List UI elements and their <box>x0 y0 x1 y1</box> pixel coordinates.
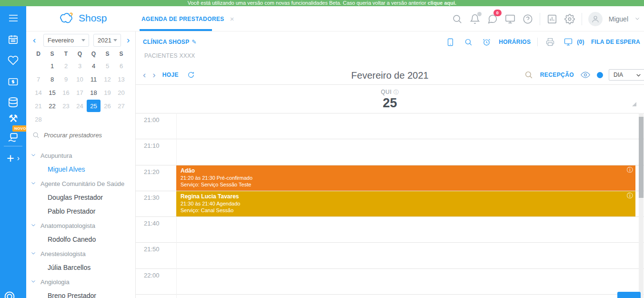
tab-close-icon[interactable]: × <box>230 15 234 23</box>
printer-icon[interactable] <box>544 36 556 48</box>
calendar-day-20[interactable]: 20 <box>114 86 128 99</box>
calendar-day-3[interactable]: 3 <box>73 59 87 72</box>
event-info-icon[interactable]: ⓘ <box>627 167 633 173</box>
event-info-icon[interactable]: ⓘ <box>627 193 633 199</box>
view-mode-select[interactable]: DIA <box>609 69 644 81</box>
provider-search-input[interactable] <box>44 132 125 139</box>
calendar-day-1[interactable]: 1 <box>45 59 59 72</box>
calendar-day-18[interactable]: 18 <box>87 86 101 99</box>
next-month-icon[interactable]: › <box>127 35 130 45</box>
provider-item[interactable]: Breno Prestador <box>26 289 136 298</box>
appointment-event[interactable]: Regina Lucia Tavares21:30 às 21:40 Agend… <box>176 191 635 216</box>
provider-item[interactable]: Rodolfo Canedo <box>26 233 136 247</box>
provider-item[interactable]: Júlia Barcellos <box>26 261 136 275</box>
tab-agenda-de-prestadores[interactable]: AGENDA DE PRESTADORES × <box>136 6 234 31</box>
day-number[interactable]: 25 <box>136 96 644 110</box>
panel-monitor-icon[interactable] <box>563 36 574 48</box>
prev-day-icon[interactable]: ‹ <box>143 70 146 80</box>
calendar-day-9[interactable]: 9 <box>59 72 73 86</box>
calendar-day-27[interactable]: 27 <box>114 99 128 113</box>
shosp-logo[interactable]: Shosp <box>59 11 107 25</box>
appointment-event[interactable]: Adão21:20 às 21:30 Pré-confirmadoServiço… <box>176 165 635 191</box>
support-icon[interactable] <box>3 288 16 298</box>
calendar-day-28[interactable]: 28 <box>31 113 45 126</box>
alarm-clock-icon[interactable] <box>481 36 492 48</box>
agenda-scrollbar[interactable] <box>639 113 644 298</box>
calendar-day-25[interactable]: 25 <box>87 99 101 113</box>
provider-group-label[interactable]: Anestesiologista <box>26 247 136 261</box>
provider-item[interactable]: Douglas Prestador <box>26 191 136 205</box>
calendar-day-17[interactable]: 17 <box>73 86 87 99</box>
user-name[interactable]: Miguel <box>609 15 628 23</box>
time-slot-row[interactable]: 21:50 <box>136 242 644 268</box>
monitor-count[interactable]: (0) <box>577 39 584 45</box>
calendar-day-21[interactable]: 21 <box>31 99 45 113</box>
calendar-day-10[interactable]: 10 <box>73 72 87 86</box>
recepcao-button[interactable]: RECEPÇÃO <box>540 72 574 78</box>
settings-gear-icon[interactable] <box>564 13 575 25</box>
day-header[interactable]: QUI ⓘ 25 <box>136 85 644 113</box>
calendar-day-2[interactable]: 2 <box>59 59 73 72</box>
provider-item[interactable]: Miguel Alves <box>26 163 136 176</box>
scrollbar-thumb[interactable] <box>639 117 644 198</box>
prev-month-icon[interactable]: ‹ <box>33 35 36 45</box>
add-button[interactable]: + › <box>0 149 26 167</box>
next-day-icon[interactable]: › <box>152 70 155 80</box>
database-icon[interactable] <box>0 93 26 111</box>
calendar-day-19[interactable]: 19 <box>101 86 114 99</box>
agenda-search-icon[interactable] <box>463 36 474 48</box>
search-icon[interactable] <box>452 13 463 25</box>
help-icon[interactable] <box>522 13 533 25</box>
fila-de-espera-button[interactable]: FILA DE ESPERA <box>591 39 640 45</box>
user-menu-chevron-icon[interactable] <box>634 15 640 23</box>
calendar-day-13[interactable]: 13 <box>114 72 128 86</box>
calendar-day-5[interactable]: 5 <box>101 59 114 72</box>
calendar-day-7[interactable]: 7 <box>31 72 45 86</box>
calendar-day-16[interactable]: 16 <box>59 86 73 99</box>
calendar-day-22[interactable]: 22 <box>45 99 59 113</box>
heart-icon[interactable] <box>0 51 26 69</box>
calendar-icon[interactable] <box>0 30 26 48</box>
calendar-day-14[interactable]: 14 <box>31 86 45 99</box>
clinic-name[interactable]: CLÍNICA SHOSP✎ <box>143 39 197 45</box>
monitor-icon[interactable] <box>504 13 516 25</box>
calendar-day-11[interactable]: 11 <box>87 72 101 86</box>
feedback-hand-icon[interactable]: NOVO <box>0 129 26 147</box>
time-slot-row[interactable]: 22:00 <box>136 268 644 294</box>
provider-group-label[interactable]: Acupuntura <box>26 148 136 163</box>
billing-icon[interactable] <box>0 72 26 91</box>
horarios-button[interactable]: HORÁRIOS <box>499 39 531 45</box>
eye-icon[interactable] <box>580 69 591 81</box>
calendar-day-24[interactable]: 24 <box>73 99 87 113</box>
beta-banner-link[interactable]: clique aqui. <box>428 0 457 6</box>
provider-group-label[interactable]: Agente Comunitário De Saúde <box>26 176 136 191</box>
hamburger-menu-icon[interactable] <box>0 9 26 27</box>
time-slot-row[interactable]: 21:40 <box>136 216 644 242</box>
calendar-day-6[interactable]: 6 <box>114 59 128 72</box>
expand-corner-icon[interactable] <box>632 102 636 106</box>
calendar-day-4[interactable]: 4 <box>87 59 101 72</box>
reception-search-icon[interactable] <box>523 69 534 81</box>
calendar-day-12[interactable]: 12 <box>101 72 114 86</box>
time-slot-row[interactable]: 22:10 <box>136 294 644 298</box>
floating-action-button[interactable] <box>617 292 641 298</box>
calendar-day-23[interactable]: 23 <box>59 99 73 113</box>
calendar-day-15[interactable]: 15 <box>45 86 59 99</box>
user-avatar[interactable] <box>588 12 603 26</box>
month-select[interactable]: Fevereiro <box>43 34 89 47</box>
provider-group-label[interactable]: Anatomopatologista <box>26 218 136 233</box>
time-slot-row[interactable]: 21:10 <box>136 139 644 164</box>
hoje-button[interactable]: HOJE <box>162 72 179 78</box>
tablet-icon[interactable] <box>444 36 456 48</box>
refresh-icon[interactable] <box>185 69 197 81</box>
color-dot[interactable] <box>597 72 603 78</box>
notifications-bell-icon[interactable] <box>469 13 481 25</box>
provider-group-label[interactable]: Angiologia <box>26 275 136 289</box>
calendar-day-8[interactable]: 8 <box>45 72 59 86</box>
year-select[interactable]: 2021 <box>93 34 121 47</box>
time-slot-row[interactable]: 21:00 <box>136 113 644 139</box>
chat-icon[interactable]: 0 <box>487 13 498 25</box>
calendar-day-26[interactable]: 26 <box>101 99 114 113</box>
reports-icon[interactable] <box>546 13 558 25</box>
edit-pencil-icon[interactable]: ✎ <box>191 39 196 45</box>
